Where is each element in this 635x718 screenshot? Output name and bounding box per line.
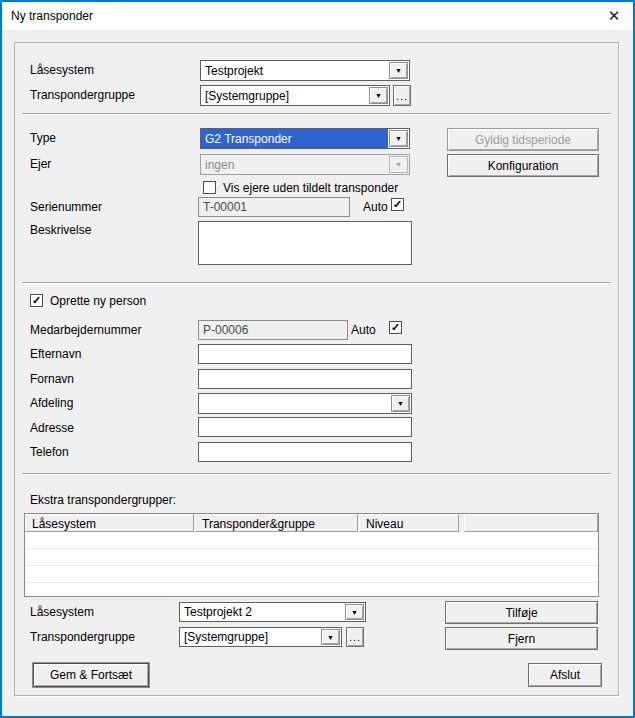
- table-row[interactable]: [25, 532, 598, 549]
- transponder-group-browse-button[interactable]: ...: [393, 85, 411, 106]
- show-owners-label: Vis ejere uden tildelt transponder: [223, 181, 398, 195]
- close-icon: ✕: [608, 7, 621, 25]
- column-header-empty[interactable]: [464, 514, 598, 532]
- extra-transponder-group-combo[interactable]: [Systemgruppe] ▼: [179, 627, 342, 647]
- exit-button[interactable]: Afslut: [528, 663, 602, 687]
- column-header-level[interactable]: Niveau: [359, 514, 459, 532]
- serial-label: Serienummer: [30, 200, 102, 214]
- extra-groups-heading: Ekstra transpondergrupper:: [30, 493, 176, 507]
- lock-system-value: Testprojekt: [201, 61, 388, 80]
- owner-label: Ejer: [30, 157, 51, 171]
- save-continue-button[interactable]: Gem & Fortsæt: [33, 663, 149, 687]
- table-row[interactable]: [25, 549, 598, 566]
- extra-transponder-group-browse-button[interactable]: ...: [346, 627, 364, 647]
- department-label: Afdeling: [30, 396, 73, 410]
- extra-lock-system-combo[interactable]: Testprojekt 2 ▼: [179, 602, 366, 622]
- lock-system-combo[interactable]: Testprojekt ▼: [200, 60, 410, 81]
- type-value: G2 Transponder: [201, 129, 388, 148]
- title-bar: Ny transponder: [2, 2, 633, 30]
- first-name-label: Fornavn: [30, 372, 74, 386]
- last-name-input[interactable]: [198, 344, 412, 364]
- employee-number-label: Medarbejdernummer: [30, 323, 141, 337]
- type-combo[interactable]: G2 Transponder ▼: [200, 128, 410, 149]
- last-name-label: Efternavn: [30, 347, 81, 361]
- description-label: Beskrivelse: [30, 223, 91, 237]
- chevron-down-icon[interactable]: ▼: [321, 629, 340, 645]
- chevron-down-icon[interactable]: ▼: [389, 130, 408, 147]
- serial-input[interactable]: [198, 197, 350, 217]
- column-header-transponder-group[interactable]: Transponder&gruppe: [195, 514, 358, 532]
- type-label: Type: [30, 131, 56, 145]
- create-person-checkbox[interactable]: ✓: [30, 294, 43, 307]
- valid-period-button[interactable]: Gyldig tidsperiode: [447, 128, 599, 151]
- separator-2: [22, 282, 611, 284]
- department-value: [199, 394, 390, 413]
- transponder-group-label: Transpondergruppe: [30, 88, 135, 102]
- separator-1: [22, 113, 611, 115]
- owner-value: ingen: [201, 155, 388, 174]
- lock-system-label: Låsesystem: [30, 63, 94, 77]
- ellipsis-icon: ...: [396, 90, 408, 102]
- transponder-group-value: [Systemgruppe]: [201, 86, 368, 105]
- add-button[interactable]: Tilføje: [445, 601, 598, 624]
- configuration-button[interactable]: Konfiguration: [447, 154, 599, 177]
- employee-auto-checkbox[interactable]: ✓: [389, 321, 402, 334]
- transponder-group-combo[interactable]: [Systemgruppe] ▼: [200, 85, 390, 106]
- phone-label: Telefon: [30, 445, 69, 459]
- serial-auto-label: Auto: [363, 200, 388, 214]
- check-icon: ✓: [391, 322, 400, 333]
- extra-transponder-group-value: [Systemgruppe]: [180, 628, 320, 646]
- serial-auto-checkbox[interactable]: ✓: [391, 198, 404, 211]
- employee-number-input[interactable]: [198, 320, 348, 340]
- phone-input[interactable]: [198, 442, 412, 462]
- close-button[interactable]: ✕: [597, 2, 631, 30]
- extra-lock-system-label: Låsesystem: [30, 605, 94, 619]
- extra-lock-system-value: Testprojekt 2: [180, 603, 344, 621]
- table-row[interactable]: [25, 583, 598, 600]
- column-header-lock-system[interactable]: Låsesystem: [25, 514, 194, 532]
- first-name-input[interactable]: [198, 369, 412, 389]
- extra-groups-table[interactable]: Låsesystem Transponder&gruppe Niveau: [24, 513, 599, 597]
- chevron-down-icon: ▼: [389, 156, 408, 173]
- extra-transponder-group-label: Transpondergruppe: [30, 630, 135, 644]
- page-title: Ny transponder: [11, 9, 93, 23]
- chevron-down-icon[interactable]: ▼: [369, 87, 388, 104]
- address-label: Adresse: [30, 421, 74, 435]
- separator-3: [22, 473, 611, 475]
- remove-button[interactable]: Fjern: [445, 627, 598, 650]
- table-row[interactable]: [25, 566, 598, 583]
- ellipsis-icon: ...: [349, 631, 361, 643]
- chevron-down-icon[interactable]: ▼: [389, 62, 408, 79]
- chevron-down-icon[interactable]: ▼: [345, 604, 364, 620]
- create-person-label: Oprette ny person: [50, 294, 146, 308]
- check-icon: ✓: [32, 295, 41, 306]
- employee-auto-label: Auto: [351, 323, 376, 337]
- address-input[interactable]: [198, 417, 412, 437]
- check-icon: ✓: [393, 199, 402, 210]
- department-combo[interactable]: ▼: [198, 393, 412, 414]
- chevron-down-icon[interactable]: ▼: [391, 395, 410, 412]
- owner-combo[interactable]: ingen ▼: [200, 154, 410, 175]
- dialog-window: Ny transponder ✕ Låsesystem Testprojekt …: [0, 0, 635, 718]
- description-textarea[interactable]: [198, 221, 412, 265]
- dialog-body: Låsesystem Testprojekt ▼ Transpondergrup…: [2, 30, 633, 716]
- show-owners-checkbox[interactable]: [203, 181, 216, 194]
- table-header-row: Låsesystem Transponder&gruppe Niveau: [25, 514, 598, 532]
